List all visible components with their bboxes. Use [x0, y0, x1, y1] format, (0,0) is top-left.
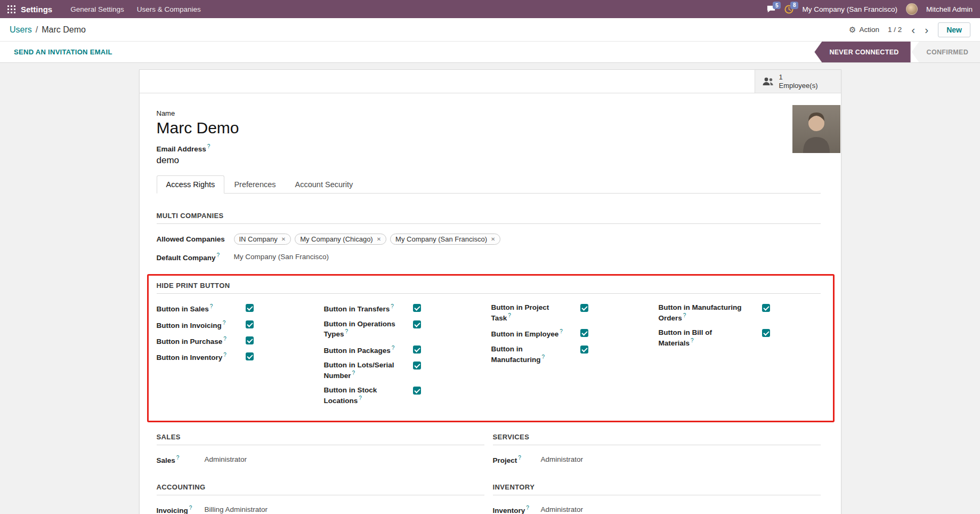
user-avatar[interactable]	[906, 3, 918, 15]
allowed-companies-tags: IN Company ✕ My Company (Chicago) ✕ My C…	[234, 234, 821, 245]
company-tag[interactable]: IN Company ✕	[234, 234, 291, 245]
tab-access-rights[interactable]: Access Rights	[157, 175, 225, 194]
apps-menu-icon[interactable]	[7, 5, 15, 13]
inventory-field-value[interactable]: Administrator	[541, 505, 821, 513]
tab-account-security[interactable]: Account Security	[286, 175, 363, 194]
default-company-label: Default Company?	[157, 252, 229, 262]
invoicing-field-value[interactable]: Billing Administrator	[205, 505, 484, 513]
notebook-tabs: Access Rights Preferences Account Securi…	[157, 175, 821, 194]
remove-tag-icon[interactable]: ✕	[491, 236, 495, 242]
employees-icon	[762, 77, 774, 86]
remove-tag-icon[interactable]: ✕	[377, 236, 381, 242]
new-button[interactable]: New	[938, 22, 970, 37]
employees-stat-button[interactable]: 1 Employee(s)	[755, 70, 841, 93]
checkbox-button-in-project-task[interactable]	[580, 304, 588, 312]
action-menu-label: Action	[859, 26, 879, 34]
field-button-in-manufacturing-orders: Button in Manufacturing Orders?	[659, 303, 821, 323]
send-invitation-email-button[interactable]: SEND AN INVITATION EMAIL	[0, 42, 126, 62]
company-tag[interactable]: My Company (Chicago) ✕	[295, 234, 386, 245]
pager-counter: 1 / 2	[888, 26, 902, 34]
app-name[interactable]: Settings	[21, 5, 52, 14]
checkbox-label: Button in Project Task?	[491, 303, 569, 323]
project-field-value[interactable]: Administrator	[541, 455, 821, 463]
checkbox-label: Button in Packages?	[324, 345, 401, 355]
hide-print-column-4: Button in Manufacturing Orders? Button i…	[659, 303, 821, 412]
help-icon: ?	[210, 303, 213, 309]
messages-button[interactable]: 5	[766, 5, 776, 13]
checkbox-button-in-sales[interactable]	[246, 304, 254, 312]
status-never-connected[interactable]: NEVER CONNECTED	[814, 42, 910, 62]
help-icon: ?	[683, 312, 686, 318]
pager-next-button[interactable]: ›	[924, 24, 929, 35]
breadcrumb-separator: /	[36, 25, 38, 35]
user-menu[interactable]: Mitchell Admin	[926, 5, 973, 13]
help-icon: ?	[526, 505, 529, 511]
section-inventory: INVENTORY Inventory? Administrator Purch…	[493, 483, 821, 514]
hide-print-grid: Button in Sales? Button in Invoicing? Bu…	[157, 303, 821, 412]
checkbox-button-in-lots-serial-number[interactable]	[413, 362, 421, 370]
section-multi-companies: MULTI COMPANIES Allowed Companies IN Com…	[157, 212, 821, 262]
services-title: SERVICES	[493, 433, 821, 445]
breadcrumb-users-link[interactable]: Users	[10, 25, 32, 35]
name-field-value[interactable]: Marc Demo	[157, 119, 821, 137]
content-area: 1 Employee(s) Nam	[0, 63, 980, 514]
field-button-in-stock-locations: Button in Stock Locations?	[324, 386, 486, 405]
remove-tag-icon[interactable]: ✕	[281, 236, 286, 242]
help-icon: ?	[691, 338, 694, 343]
field-button-in-inventory: Button in Inventory?	[157, 352, 319, 362]
checkbox-button-in-manufacturing-orders[interactable]	[762, 304, 770, 312]
activities-button[interactable]: 8	[784, 5, 793, 14]
checkbox-label: Button in Stock Locations?	[324, 386, 401, 405]
company-tag-label: IN Company	[239, 235, 278, 243]
inventory-field-label: Inventory?	[493, 505, 536, 514]
help-icon: ?	[189, 505, 192, 511]
help-icon: ?	[542, 354, 545, 360]
default-company-value[interactable]: My Company (San Francisco)	[234, 253, 821, 261]
sales-field-value[interactable]: Administrator	[205, 455, 484, 463]
user-photo[interactable]	[792, 105, 840, 153]
pager-previous-button[interactable]: ‹	[910, 24, 916, 35]
help-icon: ?	[345, 328, 349, 334]
help-icon: ?	[392, 345, 395, 351]
section-hide-print-button: HIDE PRINT BUTTON Button in Sales? Butto…	[157, 282, 821, 412]
messages-badge: 5	[773, 2, 781, 9]
checkbox-button-in-employee[interactable]	[580, 329, 588, 337]
tab-preferences[interactable]: Preferences	[224, 175, 285, 194]
email-field-label: Email Address	[157, 145, 206, 153]
multi-companies-title: MULTI COMPANIES	[157, 212, 821, 224]
field-button-in-bill-of-materials: Button in Bill of Materials?	[659, 328, 821, 348]
checkbox-button-in-invoicing[interactable]	[246, 320, 254, 328]
checkbox-button-in-transfers[interactable]	[413, 304, 421, 312]
status-confirmed[interactable]: CONFIRMED	[912, 42, 980, 62]
checkbox-button-in-packages[interactable]	[413, 346, 421, 354]
project-field-row: Project? Administrator	[493, 455, 821, 464]
checkbox-button-in-inventory[interactable]	[246, 352, 254, 360]
checkbox-button-in-stock-locations[interactable]	[413, 387, 421, 395]
allowed-companies-label: Allowed Companies	[157, 235, 229, 243]
help-icon: ?	[223, 336, 226, 342]
accounting-title: ACCOUNTING	[157, 483, 484, 495]
field-button-in-operations-types: Button in Operations Types?	[324, 320, 486, 339]
field-button-in-project-task: Button in Project Task?	[491, 303, 653, 323]
checkbox-label: Button in Lots/Serial Number?	[324, 361, 401, 380]
help-icon: ?	[176, 455, 180, 461]
hide-print-title: HIDE PRINT BUTTON	[157, 282, 821, 294]
checkbox-button-in-operations-types[interactable]	[413, 320, 421, 328]
field-button-in-transfers: Button in Transfers?	[324, 303, 486, 314]
menu-general-settings[interactable]: General Settings	[70, 5, 124, 13]
company-tag[interactable]: My Company (San Francisco) ✕	[390, 234, 500, 245]
menu-users-companies[interactable]: Users & Companies	[137, 5, 201, 13]
checkbox-label: Button in Invoicing?	[157, 320, 234, 330]
email-field-value[interactable]: demo	[157, 155, 821, 166]
help-icon: ?	[391, 303, 394, 309]
help-icon: ?	[223, 320, 226, 326]
form-statusbar: SEND AN INVITATION EMAIL NEVER CONNECTED…	[0, 42, 980, 63]
name-field-label: Name	[157, 109, 821, 117]
hide-print-column-2: Button in Transfers? Button in Operation…	[324, 303, 486, 412]
checkbox-button-in-purchase[interactable]	[246, 336, 254, 344]
company-switcher[interactable]: My Company (San Francisco)	[802, 5, 897, 13]
checkbox-button-in-manufacturing[interactable]	[580, 346, 588, 354]
help-icon: ?	[560, 328, 563, 334]
action-menu-button[interactable]: ⚙ Action	[849, 25, 879, 35]
checkbox-button-in-bill-of-materials[interactable]	[762, 329, 770, 337]
